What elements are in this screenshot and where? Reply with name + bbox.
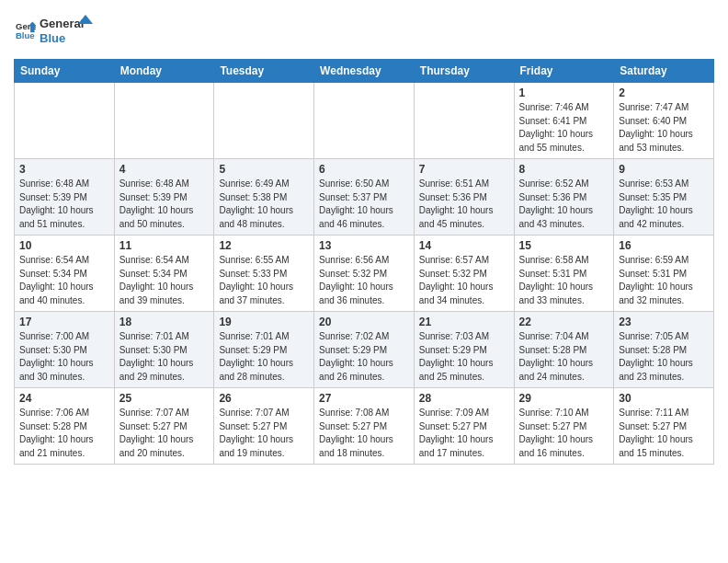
day-detail: Sunrise: 7:09 AMSunset: 5:27 PMDaylight:… — [419, 407, 509, 460]
day-number: 1 — [519, 86, 609, 99]
calendar-day-cell: 7Sunrise: 6:51 AMSunset: 5:36 PMDaylight… — [414, 159, 514, 236]
day-number: 16 — [619, 239, 709, 252]
day-detail: Sunrise: 6:49 AMSunset: 5:38 PMDaylight:… — [219, 178, 309, 231]
day-number: 11 — [119, 239, 210, 252]
day-number: 12 — [219, 239, 309, 252]
day-detail: Sunrise: 7:01 AMSunset: 5:30 PMDaylight:… — [119, 330, 210, 384]
calendar-week-1: 1Sunrise: 7:46 AMSunset: 6:41 PMDaylight… — [15, 83, 714, 159]
day-number: 10 — [19, 239, 109, 252]
weekday-header-monday: Monday — [114, 60, 214, 83]
day-number: 9 — [619, 163, 709, 176]
day-number: 2 — [619, 86, 709, 99]
day-detail: Sunrise: 7:46 AMSunset: 6:41 PMDaylight:… — [519, 101, 609, 155]
page: General Blue General Blue SundayMon — [0, 0, 728, 478]
calendar-day-cell: 29Sunrise: 7:10 AMSunset: 5:27 PMDayligh… — [514, 388, 614, 465]
day-detail: Sunrise: 6:50 AMSunset: 5:37 PMDaylight:… — [319, 178, 409, 231]
day-detail: Sunrise: 7:08 AMSunset: 5:27 PMDaylight:… — [319, 407, 409, 460]
calendar-day-cell: 21Sunrise: 7:03 AMSunset: 5:29 PMDayligh… — [414, 312, 514, 388]
svg-text:Blue: Blue — [40, 31, 65, 45]
day-detail: Sunrise: 6:54 AMSunset: 5:34 PMDaylight:… — [19, 254, 109, 307]
weekday-header-friday: Friday — [514, 60, 614, 83]
day-detail: Sunrise: 7:07 AMSunset: 5:27 PMDaylight:… — [219, 407, 309, 460]
calendar-day-cell — [214, 83, 314, 159]
calendar-day-cell: 22Sunrise: 7:04 AMSunset: 5:28 PMDayligh… — [514, 312, 614, 388]
day-number: 27 — [319, 392, 409, 405]
day-detail: Sunrise: 7:06 AMSunset: 5:28 PMDaylight:… — [19, 407, 109, 460]
calendar-day-cell: 28Sunrise: 7:09 AMSunset: 5:27 PMDayligh… — [414, 388, 514, 465]
day-detail: Sunrise: 6:57 AMSunset: 5:32 PMDaylight:… — [419, 254, 509, 307]
calendar-day-cell: 30Sunrise: 7:11 AMSunset: 5:27 PMDayligh… — [614, 388, 714, 465]
day-detail: Sunrise: 6:48 AMSunset: 5:39 PMDaylight:… — [19, 178, 109, 231]
day-detail: Sunrise: 6:52 AMSunset: 5:36 PMDaylight:… — [519, 178, 609, 231]
day-detail: Sunrise: 7:47 AMSunset: 6:40 PMDaylight:… — [619, 101, 709, 155]
day-number: 14 — [419, 239, 509, 252]
calendar-day-cell: 9Sunrise: 6:53 AMSunset: 5:35 PMDaylight… — [614, 159, 714, 236]
calendar-day-cell: 17Sunrise: 7:00 AMSunset: 5:30 PMDayligh… — [15, 312, 115, 388]
day-detail: Sunrise: 6:56 AMSunset: 5:32 PMDaylight:… — [319, 254, 409, 307]
calendar-day-cell: 12Sunrise: 6:55 AMSunset: 5:33 PMDayligh… — [214, 236, 314, 312]
calendar-day-cell: 6Sunrise: 6:50 AMSunset: 5:37 PMDaylight… — [314, 159, 415, 236]
calendar-day-cell: 16Sunrise: 6:59 AMSunset: 5:31 PMDayligh… — [614, 236, 714, 312]
calendar-day-cell: 23Sunrise: 7:05 AMSunset: 5:28 PMDayligh… — [614, 312, 714, 388]
day-number: 17 — [19, 316, 109, 328]
calendar-week-3: 10Sunrise: 6:54 AMSunset: 5:34 PMDayligh… — [15, 236, 714, 312]
day-detail: Sunrise: 7:07 AMSunset: 5:27 PMDaylight:… — [119, 407, 210, 460]
day-detail: Sunrise: 7:03 AMSunset: 5:29 PMDaylight:… — [419, 330, 509, 384]
day-detail: Sunrise: 7:04 AMSunset: 5:28 PMDaylight:… — [519, 330, 609, 384]
calendar-day-cell: 18Sunrise: 7:01 AMSunset: 5:30 PMDayligh… — [114, 312, 214, 388]
calendar-day-cell: 5Sunrise: 6:49 AMSunset: 5:38 PMDaylight… — [214, 159, 314, 236]
day-number: 24 — [19, 392, 109, 405]
day-number: 28 — [419, 392, 509, 405]
calendar-day-cell — [314, 83, 415, 159]
day-detail: Sunrise: 7:10 AMSunset: 5:27 PMDaylight:… — [519, 407, 609, 460]
calendar-day-cell: 19Sunrise: 7:01 AMSunset: 5:29 PMDayligh… — [214, 312, 314, 388]
calendar-day-cell: 14Sunrise: 6:57 AMSunset: 5:32 PMDayligh… — [414, 236, 514, 312]
day-number: 22 — [519, 316, 609, 328]
day-detail: Sunrise: 7:00 AMSunset: 5:30 PMDaylight:… — [19, 330, 109, 384]
day-number: 3 — [19, 163, 109, 176]
day-detail: Sunrise: 6:51 AMSunset: 5:36 PMDaylight:… — [419, 178, 509, 231]
day-number: 30 — [619, 392, 709, 405]
day-detail: Sunrise: 7:02 AMSunset: 5:29 PMDaylight:… — [319, 330, 409, 384]
calendar-day-cell: 24Sunrise: 7:06 AMSunset: 5:28 PMDayligh… — [15, 388, 115, 465]
weekday-header-thursday: Thursday — [414, 60, 514, 83]
calendar-day-cell: 8Sunrise: 6:52 AMSunset: 5:36 PMDaylight… — [514, 159, 614, 236]
calendar-day-cell: 10Sunrise: 6:54 AMSunset: 5:34 PMDayligh… — [15, 236, 115, 312]
calendar-day-cell: 4Sunrise: 6:48 AMSunset: 5:39 PMDaylight… — [114, 159, 214, 236]
svg-text:General: General — [40, 17, 84, 30]
day-detail: Sunrise: 7:05 AMSunset: 5:28 PMDaylight:… — [619, 330, 709, 384]
logo: General Blue General Blue — [14, 13, 95, 52]
weekday-header-sunday: Sunday — [15, 60, 115, 83]
calendar-day-cell: 1Sunrise: 7:46 AMSunset: 6:41 PMDaylight… — [514, 83, 614, 159]
day-number: 4 — [119, 163, 210, 176]
day-number: 7 — [419, 163, 509, 176]
weekday-header-tuesday: Tuesday — [214, 60, 314, 83]
header: General Blue General Blue — [14, 9, 714, 52]
calendar-week-2: 3Sunrise: 6:48 AMSunset: 5:39 PMDaylight… — [15, 159, 714, 236]
day-number: 8 — [519, 163, 609, 176]
day-detail: Sunrise: 6:48 AMSunset: 5:39 PMDaylight:… — [119, 178, 210, 231]
calendar-week-4: 17Sunrise: 7:00 AMSunset: 5:30 PMDayligh… — [15, 312, 714, 388]
calendar-day-cell: 13Sunrise: 6:56 AMSunset: 5:32 PMDayligh… — [314, 236, 415, 312]
day-detail: Sunrise: 6:55 AMSunset: 5:33 PMDaylight:… — [219, 254, 309, 307]
calendar-day-cell — [414, 83, 514, 159]
calendar-table: SundayMondayTuesdayWednesdayThursdayFrid… — [14, 59, 714, 465]
day-number: 5 — [219, 163, 309, 176]
logo-graphic: General Blue — [40, 13, 95, 48]
calendar-day-cell: 25Sunrise: 7:07 AMSunset: 5:27 PMDayligh… — [114, 388, 214, 465]
day-number: 26 — [219, 392, 309, 405]
day-number: 25 — [119, 392, 210, 405]
calendar-day-cell: 3Sunrise: 6:48 AMSunset: 5:39 PMDaylight… — [15, 159, 115, 236]
day-detail: Sunrise: 6:59 AMSunset: 5:31 PMDaylight:… — [619, 254, 709, 307]
calendar-day-cell: 20Sunrise: 7:02 AMSunset: 5:29 PMDayligh… — [314, 312, 415, 388]
day-detail: Sunrise: 7:01 AMSunset: 5:29 PMDaylight:… — [219, 330, 309, 384]
day-number: 19 — [219, 316, 309, 328]
calendar-week-5: 24Sunrise: 7:06 AMSunset: 5:28 PMDayligh… — [15, 388, 714, 465]
calendar-day-cell — [15, 83, 115, 159]
day-number: 15 — [519, 239, 609, 252]
calendar-day-cell — [114, 83, 214, 159]
day-detail: Sunrise: 6:54 AMSunset: 5:34 PMDaylight:… — [119, 254, 210, 307]
day-number: 18 — [119, 316, 210, 328]
day-number: 20 — [319, 316, 409, 328]
day-detail: Sunrise: 7:11 AMSunset: 5:27 PMDaylight:… — [619, 407, 709, 460]
